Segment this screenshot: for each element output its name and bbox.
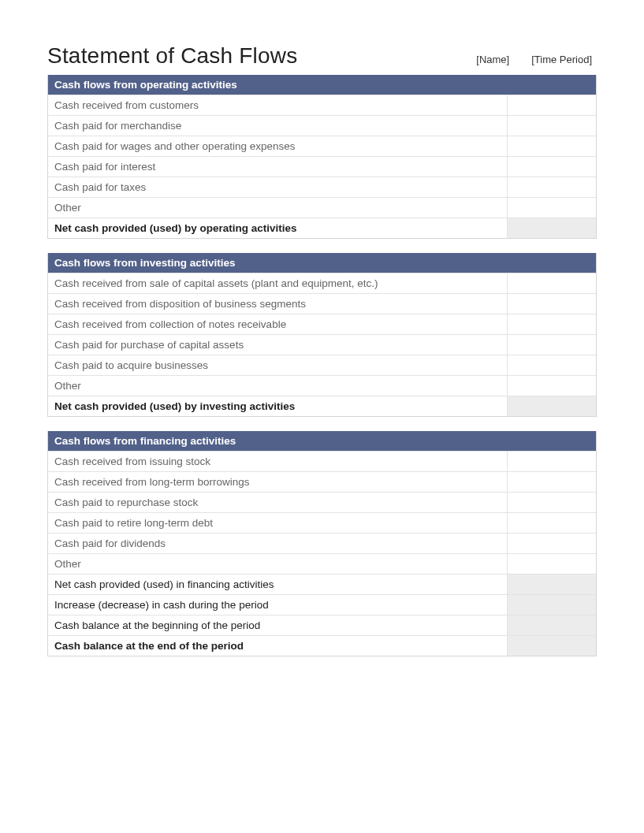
row-value[interactable] [508, 595, 596, 615]
row-value[interactable] [508, 177, 596, 197]
table-row: Cash paid for dividends [48, 533, 596, 553]
row-value[interactable] [508, 157, 596, 177]
row-value[interactable] [508, 376, 596, 396]
table-row: Cash balance at the end of the period [48, 635, 596, 656]
meta-name: [Name] [476, 54, 509, 65]
meta-period: [Time Period] [531, 54, 592, 65]
row-value[interactable] [508, 294, 596, 314]
table-row: Increase (decrease) in cash during the p… [48, 594, 596, 615]
row-label: Cash paid for interest [48, 157, 508, 177]
table-row: Other [48, 375, 596, 396]
row-label: Cash received from issuing stock [48, 452, 508, 471]
table-row: Cash received from long-term borrowings [48, 471, 596, 492]
row-value[interactable] [508, 355, 596, 375]
table-row: Cash paid for purchase of capital assets [48, 334, 596, 355]
section-header: Cash flows from operating activities [48, 75, 596, 95]
row-label: Net cash provided (used) by investing ac… [48, 396, 508, 416]
row-label: Cash received from disposition of busine… [48, 294, 508, 314]
row-label: Cash paid to acquire businesses [48, 355, 508, 375]
table-row: Cash balance at the beginning of the per… [48, 615, 596, 635]
row-label: Cash paid for purchase of capital assets [48, 335, 508, 355]
document-header: Statement of Cash Flows [Name] [Time Per… [47, 43, 597, 69]
table-row: Cash received from collection of notes r… [48, 314, 596, 334]
row-label: Cash paid for merchandise [48, 116, 508, 136]
table-row: Cash received from issuing stock [48, 451, 596, 471]
row-value[interactable] [508, 534, 596, 553]
table-row: Other [48, 197, 596, 218]
table-row: Cash received from sale of capital asset… [48, 273, 596, 293]
row-label: Cash received from collection of notes r… [48, 314, 508, 334]
row-label: Other [48, 376, 508, 396]
table-row: Cash paid to acquire businesses [48, 355, 596, 375]
row-label: Cash paid for dividends [48, 534, 508, 553]
table-row: Cash paid to retire long-term debt [48, 512, 596, 533]
row-label: Cash paid for taxes [48, 177, 508, 197]
table-row: Cash paid for taxes [48, 177, 596, 197]
row-label: Net cash provided (used) by operating ac… [48, 218, 508, 238]
row-value[interactable] [508, 396, 596, 416]
row-label: Cash balance at the end of the period [48, 636, 508, 656]
table-row: Cash received from disposition of busine… [48, 293, 596, 314]
row-value[interactable] [508, 575, 596, 594]
row-label: Cash received from long-term borrowings [48, 472, 508, 492]
row-value[interactable] [508, 273, 596, 293]
table-row: Net cash provided (used) in financing ac… [48, 574, 596, 594]
document-title: Statement of Cash Flows [47, 43, 297, 69]
section: Cash flows from financing activitiesCash… [47, 431, 597, 656]
table-row: Cash paid to repurchase stock [48, 492, 596, 512]
section-header: Cash flows from investing activities [48, 253, 596, 273]
table-row: Cash paid for wages and other operating … [48, 136, 596, 156]
row-value[interactable] [508, 314, 596, 334]
row-value[interactable] [508, 136, 596, 156]
row-label: Cash paid to retire long-term debt [48, 513, 508, 533]
row-value[interactable] [508, 615, 596, 635]
row-label: Other [48, 198, 508, 218]
row-value[interactable] [508, 218, 596, 238]
row-value[interactable] [508, 636, 596, 656]
row-value[interactable] [508, 554, 596, 574]
document-meta: [Name] [Time Period] [476, 54, 597, 69]
section: Cash flows from investing activitiesCash… [47, 253, 597, 417]
row-value[interactable] [508, 472, 596, 492]
table-row: Cash paid for merchandise [48, 115, 596, 136]
row-value[interactable] [508, 493, 596, 512]
row-value[interactable] [508, 452, 596, 471]
row-label: Cash paid for wages and other operating … [48, 136, 508, 156]
row-label: Increase (decrease) in cash during the p… [48, 595, 508, 615]
table-row: Other [48, 553, 596, 574]
row-label: Other [48, 554, 508, 574]
table-row: Cash paid for interest [48, 156, 596, 177]
row-label: Cash received from customers [48, 95, 508, 115]
sections-container: Cash flows from operating activitiesCash… [47, 75, 597, 656]
table-row: Net cash provided (used) by investing ac… [48, 396, 596, 416]
row-label: Cash balance at the beginning of the per… [48, 615, 508, 635]
row-label: Cash paid to repurchase stock [48, 493, 508, 512]
section-header: Cash flows from financing activities [48, 431, 596, 451]
row-value[interactable] [508, 513, 596, 533]
section: Cash flows from operating activitiesCash… [47, 75, 597, 239]
table-row: Cash received from customers [48, 95, 596, 115]
row-value[interactable] [508, 198, 596, 218]
table-row: Net cash provided (used) by operating ac… [48, 218, 596, 238]
row-label: Cash received from sale of capital asset… [48, 273, 508, 293]
row-value[interactable] [508, 116, 596, 136]
row-value[interactable] [508, 95, 596, 115]
row-value[interactable] [508, 335, 596, 355]
row-label: Net cash provided (used) in financing ac… [48, 575, 508, 594]
